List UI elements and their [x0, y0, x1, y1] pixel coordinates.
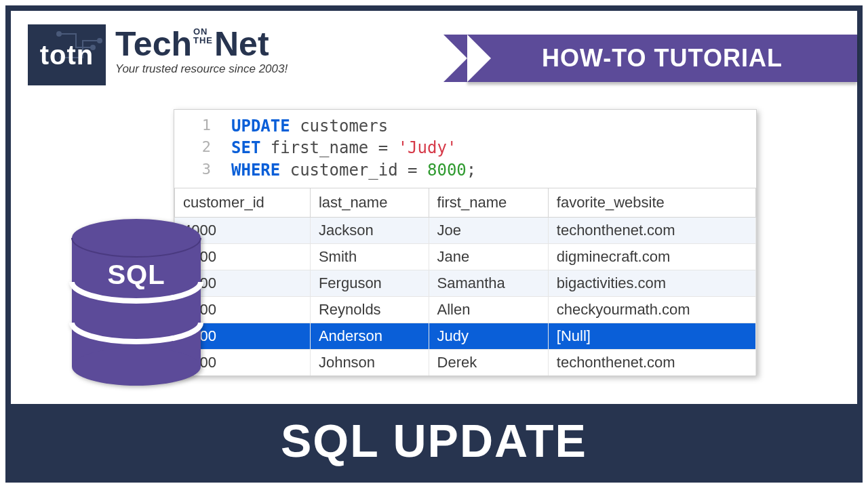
- table-cell: Derek: [429, 350, 548, 376]
- svg-point-3: [98, 39, 102, 43]
- table-cell: techonthenet.com: [548, 350, 755, 376]
- keyword-update: UPDATE: [231, 117, 290, 136]
- brand-text: TechONTHENet Your trusted resource since…: [115, 24, 288, 76]
- number-literal: 8000: [427, 161, 467, 180]
- code-line: 2 SET first_name = 'Judy': [184, 137, 747, 159]
- table-cell: Judy: [429, 323, 548, 350]
- table-cell: checkyourmath.com: [548, 297, 755, 323]
- table-cell: [Null]: [548, 323, 755, 350]
- table-cell: Johnson: [310, 350, 429, 376]
- table-cell: Reynolds: [310, 297, 429, 323]
- svg-point-6: [72, 348, 201, 386]
- column-header: first_name: [429, 188, 548, 218]
- table-cell: Joe: [429, 218, 548, 244]
- totn-logo-text: totn: [40, 40, 94, 70]
- line-number: 1: [184, 115, 211, 137]
- table-header-row: customer_id last_name first_name favorit…: [175, 188, 756, 218]
- result-table: customer_id last_name first_name favorit…: [174, 188, 756, 375]
- table-cell: Jackson: [310, 218, 429, 244]
- string-literal: 'Judy': [398, 138, 457, 157]
- table-row: 5000SmithJanedigminecraft.com: [175, 244, 756, 270]
- table-cell: bigactivities.com: [548, 270, 755, 297]
- column-header: last_name: [310, 188, 429, 218]
- brand-tech: Tech: [115, 25, 192, 63]
- column-header: customer_id: [175, 188, 311, 218]
- table-cell: techonthenet.com: [548, 218, 755, 244]
- tagline: Your trusted resource since 2003!: [115, 62, 288, 76]
- table-cell: Jane: [429, 244, 548, 270]
- database-icon-label: SQL: [68, 260, 204, 290]
- keyword-set: SET: [231, 138, 260, 157]
- line-number: 2: [184, 137, 211, 159]
- code-block: 1 UPDATE customers 2 SET first_name = 'J…: [174, 110, 756, 188]
- code-line: 3 WHERE customer_id = 8000;: [184, 159, 747, 181]
- ribbon-banner: HOW-TO TUTORIAL: [467, 35, 857, 82]
- ribbon-label: HOW-TO TUTORIAL: [542, 44, 783, 73]
- table-cell: digminecraft.com: [548, 244, 755, 270]
- footer-bar: SQL UPDATE: [11, 404, 857, 477]
- table-cell: Samantha: [429, 270, 548, 297]
- table-row: 4000JacksonJoetechonthenet.com: [175, 218, 756, 244]
- line-number: 3: [184, 159, 211, 181]
- keyword-where: WHERE: [231, 161, 280, 180]
- totn-logo-box: totn: [28, 24, 106, 85]
- database-icon: SQL: [68, 218, 204, 387]
- brand-main: TechONTHENet: [115, 27, 288, 61]
- table-cell: Allen: [429, 297, 548, 323]
- table-cell: Ferguson: [310, 270, 429, 297]
- content-area: 1 UPDATE customers 2 SET first_name = 'J…: [11, 109, 857, 404]
- table-cell: Smith: [310, 244, 429, 270]
- logo-block: totn TechONTHENet Your trusted resource …: [28, 24, 288, 85]
- table-row: 6000FergusonSamanthabigactivities.com: [175, 270, 756, 297]
- table-row: 7000ReynoldsAllencheckyourmath.com: [175, 297, 756, 323]
- slide-frame: totn TechONTHENet Your trusted resource …: [5, 5, 863, 483]
- svg-point-0: [57, 32, 61, 36]
- sql-card: 1 UPDATE customers 2 SET first_name = 'J…: [174, 109, 757, 376]
- table-row: 9000JohnsonDerektechonthenet.com: [175, 350, 756, 376]
- code-line: 1 UPDATE customers: [184, 115, 747, 137]
- brand-net: Net: [214, 25, 269, 63]
- header: totn TechONTHENet Your trusted resource …: [11, 11, 857, 92]
- brand-onthe: ONTHE: [193, 27, 213, 45]
- table-cell: Anderson: [310, 323, 429, 350]
- column-header: favorite_website: [548, 188, 755, 218]
- slide-title: SQL UPDATE: [281, 414, 587, 467]
- table-row: 8000AndersonJudy[Null]: [175, 323, 756, 350]
